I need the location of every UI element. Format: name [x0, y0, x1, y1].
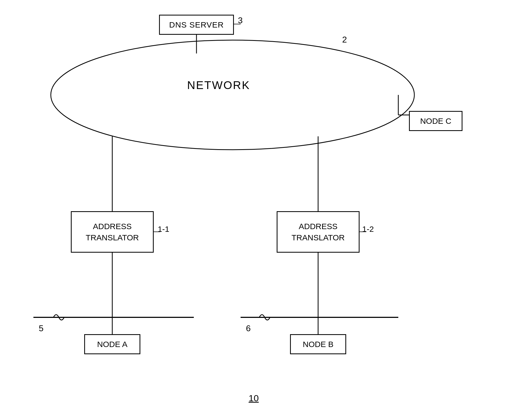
node-c-label: NODE C: [420, 117, 451, 126]
label-ref-6: 6: [246, 323, 251, 333]
svg-point-1: [51, 40, 414, 150]
label-ref-3: 3: [238, 16, 243, 25]
figure-label: 10: [249, 393, 259, 403]
label-ref-5: 5: [39, 323, 44, 333]
node-a-label: NODE A: [97, 340, 127, 349]
diagram-container: DNS SERVER 3 2 NETWORK NODE C ADDRESSTRA…: [0, 0, 521, 420]
label-ref-2: 2: [342, 35, 347, 45]
connection-lines: [0, 0, 521, 420]
address-translator-2-box: ADDRESSTRANSLATOR: [277, 211, 360, 253]
dns-server-box: DNS SERVER: [159, 15, 234, 35]
node-b-box: NODE B: [290, 334, 346, 354]
node-a-box: NODE A: [84, 334, 140, 354]
network-label: NETWORK: [187, 79, 250, 92]
addr-trans-2-label: ADDRESSTRANSLATOR: [292, 221, 345, 243]
label-ref-1-2: 1-2: [362, 225, 374, 234]
node-b-label: NODE B: [303, 340, 333, 349]
address-translator-1-box: ADDRESSTRANSLATOR: [71, 211, 154, 253]
dns-server-label: DNS SERVER: [169, 20, 224, 29]
addr-trans-1-label: ADDRESSTRANSLATOR: [86, 221, 139, 243]
node-c-box: NODE C: [409, 111, 462, 131]
label-ref-1-1: 1-1: [158, 225, 169, 234]
